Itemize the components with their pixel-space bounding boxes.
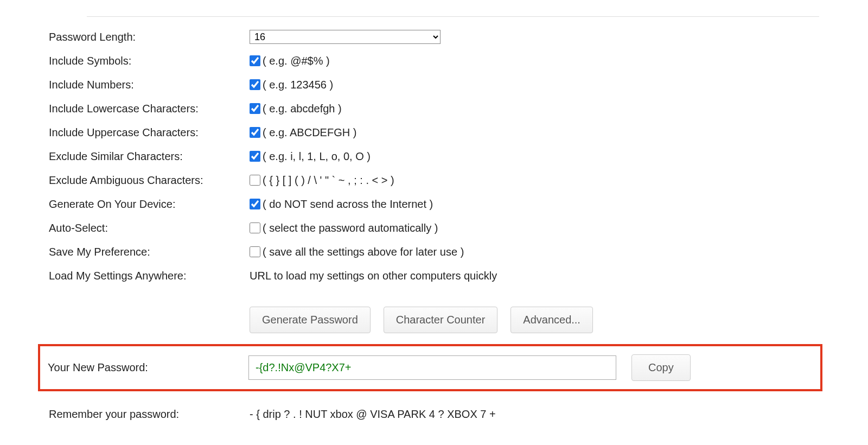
include-symbols-label: Include Symbols: bbox=[49, 55, 250, 67]
exclude-similar-label: Exclude Similar Characters: bbox=[49, 150, 250, 163]
include-symbols-hint: ( e.g. @#$% ) bbox=[263, 55, 330, 67]
load-settings-label: Load My Settings Anywhere: bbox=[49, 270, 250, 282]
new-password-label: Your New Password: bbox=[40, 361, 248, 374]
character-counter-button[interactable]: Character Counter bbox=[384, 307, 498, 333]
include-uppercase-hint: ( e.g. ABCDEFGH ) bbox=[263, 126, 356, 139]
auto-select-hint: ( select the password automatically ) bbox=[263, 222, 438, 234]
generate-local-hint: ( do NOT send across the Internet ) bbox=[263, 198, 433, 211]
include-numbers-checkbox[interactable] bbox=[250, 79, 260, 90]
mnemonic-value: - { drip ? . ! NUT xbox @ VISA PARK 4 ? … bbox=[250, 408, 496, 421]
mnemonic-label: Remember your password: bbox=[49, 408, 250, 421]
exclude-similar-hint: ( e.g. i, l, 1, L, o, 0, O ) bbox=[263, 150, 371, 163]
result-highlight: Your New Password: Copy bbox=[38, 344, 822, 391]
include-numbers-label: Include Numbers: bbox=[49, 79, 250, 91]
exclude-similar-checkbox[interactable] bbox=[250, 151, 260, 162]
auto-select-checkbox[interactable] bbox=[250, 223, 260, 233]
exclude-ambiguous-label: Exclude Ambiguous Characters: bbox=[49, 174, 250, 187]
save-preference-checkbox[interactable] bbox=[250, 246, 260, 257]
save-preference-label: Save My Preference: bbox=[49, 246, 250, 258]
exclude-ambiguous-checkbox[interactable] bbox=[250, 175, 260, 186]
include-numbers-hint: ( e.g. 123456 ) bbox=[263, 79, 333, 91]
generate-password-button[interactable]: Generate Password bbox=[250, 307, 371, 333]
copy-button[interactable]: Copy bbox=[631, 354, 691, 381]
generate-local-label: Generate On Your Device: bbox=[49, 198, 250, 211]
password-length-select[interactable]: 16 bbox=[250, 30, 441, 44]
save-preference-hint: ( save all the settings above for later … bbox=[263, 246, 464, 258]
new-password-input[interactable] bbox=[248, 355, 616, 380]
load-settings-link[interactable]: URL to load my settings on other compute… bbox=[250, 270, 497, 282]
exclude-ambiguous-hint: ( { } [ ] ( ) / \ ' " ` ~ , ; : . < > ) bbox=[263, 174, 394, 187]
auto-select-label: Auto-Select: bbox=[49, 222, 250, 234]
include-lowercase-checkbox[interactable] bbox=[250, 103, 260, 114]
include-lowercase-label: Include Lowercase Characters: bbox=[49, 103, 250, 115]
include-lowercase-hint: ( e.g. abcdefgh ) bbox=[263, 103, 342, 115]
password-length-label: Password Length: bbox=[49, 31, 250, 43]
include-uppercase-label: Include Uppercase Characters: bbox=[49, 126, 250, 139]
generate-local-checkbox[interactable] bbox=[250, 199, 260, 209]
advanced-button[interactable]: Advanced... bbox=[510, 307, 593, 333]
include-symbols-checkbox[interactable] bbox=[250, 55, 260, 66]
include-uppercase-checkbox[interactable] bbox=[250, 127, 260, 138]
